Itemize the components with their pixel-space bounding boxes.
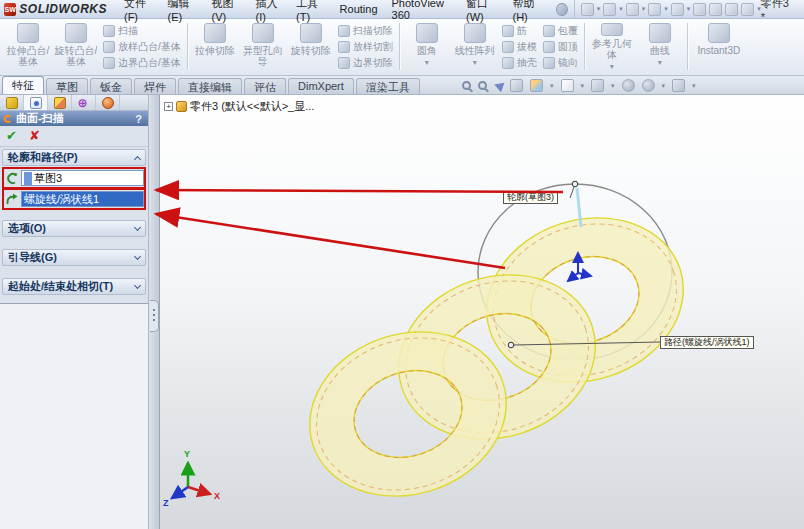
- tab-sketch[interactable]: 草图: [46, 78, 88, 94]
- fillet-caret-icon[interactable]: [425, 56, 429, 68]
- splitter-handle-icon[interactable]: [150, 300, 159, 332]
- menu-window[interactable]: 窗口(W): [459, 0, 506, 23]
- redo-icon[interactable]: [693, 3, 706, 16]
- dome-button[interactable]: 圆顶: [543, 39, 578, 55]
- new-caret-icon[interactable]: ▾: [597, 5, 601, 13]
- menu-help[interactable]: 帮助(H): [506, 0, 551, 23]
- tab-weldments[interactable]: 焊件: [134, 78, 176, 94]
- group-profile-and-path[interactable]: 轮廓和路径(P): [2, 149, 146, 166]
- group-label: 轮廓和路径(P): [8, 150, 135, 165]
- linear-pattern-caret-icon[interactable]: [473, 56, 477, 68]
- undo-caret-icon[interactable]: ▾: [687, 5, 691, 13]
- cancel-button[interactable]: ✘: [29, 129, 40, 143]
- wrap-button[interactable]: 包覆: [543, 23, 578, 39]
- zoom-area-icon[interactable]: [478, 81, 487, 90]
- rib-button[interactable]: 筋: [502, 23, 537, 39]
- fillet-button[interactable]: 圆角: [403, 21, 451, 72]
- panel-splitter[interactable]: [148, 95, 160, 529]
- reference-geometry-caret-icon[interactable]: [610, 60, 614, 72]
- help-button[interactable]: ?: [135, 113, 144, 125]
- graphics-area[interactable]: + 零件3 (默认<<默认>_显... 轮廓(草图3) 路径(螺旋线/涡状线1): [160, 95, 804, 529]
- menu-insert[interactable]: 插入(I): [249, 0, 290, 23]
- linear-pattern-button[interactable]: 线性阵列: [451, 21, 499, 72]
- save-icon[interactable]: [626, 3, 639, 16]
- instant3d-button[interactable]: Instant3D: [691, 21, 747, 72]
- path-selection-field[interactable]: 螺旋线/涡状线1: [3, 189, 145, 209]
- view-orientation-caret-icon[interactable]: ▾: [550, 82, 554, 90]
- propertymanager-tab[interactable]: [24, 95, 48, 110]
- tab-direct-editing[interactable]: 直接编辑: [178, 78, 242, 94]
- hide-show-items-icon[interactable]: [591, 79, 604, 92]
- mirror-button[interactable]: 镜向: [543, 55, 578, 71]
- extruded-boss-base-button[interactable]: 拉伸凸台/基体: [4, 21, 52, 72]
- path-point-marker[interactable]: [508, 342, 514, 348]
- options-icon[interactable]: [741, 3, 754, 16]
- revolved-boss-base-button[interactable]: 旋转凸台/基体: [52, 21, 100, 72]
- previous-view-icon[interactable]: [493, 79, 505, 91]
- menu-file[interactable]: 文件(F): [117, 0, 161, 23]
- group-start-end-tangency[interactable]: 起始处/结束处相切(T): [2, 278, 146, 295]
- save-caret-icon[interactable]: ▾: [642, 5, 646, 13]
- lofted-boss-base-button[interactable]: 放样凸台/基体: [103, 39, 181, 55]
- tab-features[interactable]: 特征: [2, 76, 44, 94]
- solidworks-search-icon[interactable]: [556, 3, 568, 16]
- feature-tree-flyout[interactable]: + 零件3 (默认<<默认>_显...: [164, 99, 314, 114]
- view-orientation-icon[interactable]: [530, 79, 543, 92]
- undo-icon[interactable]: [671, 3, 684, 16]
- apply-scene-caret-icon[interactable]: ▾: [662, 82, 666, 90]
- print-icon[interactable]: [648, 3, 661, 16]
- print-caret-icon[interactable]: ▾: [664, 5, 668, 13]
- menu-edit[interactable]: 编辑(E): [161, 0, 205, 23]
- tab-evaluate[interactable]: 评估: [244, 78, 286, 94]
- revolved-cut-icon: [300, 23, 322, 43]
- tree-expand-icon[interactable]: +: [164, 102, 173, 111]
- swept-boss-base-button[interactable]: 扫描: [103, 23, 181, 39]
- open-caret-icon[interactable]: ▾: [619, 5, 623, 13]
- view-settings-caret-icon[interactable]: ▾: [692, 82, 696, 90]
- profile-selection-field[interactable]: 草图3: [3, 168, 145, 188]
- featuremanager-tab[interactable]: [0, 95, 24, 110]
- featuremanager-icon: [6, 97, 18, 109]
- tab-render-tools[interactable]: 渲染工具: [356, 78, 420, 94]
- dimxpertmanager-tab[interactable]: [72, 95, 96, 110]
- tab-dimxpert[interactable]: DimXpert: [288, 78, 354, 94]
- path-input[interactable]: 螺旋线/涡状线1: [21, 191, 144, 207]
- display-style-caret-icon[interactable]: ▾: [581, 82, 585, 90]
- select-icon[interactable]: [709, 3, 722, 16]
- open-icon[interactable]: [603, 3, 616, 16]
- menu-view[interactable]: 视图(V): [205, 0, 249, 23]
- draft-button[interactable]: 拔模: [502, 39, 537, 55]
- profile-point-marker[interactable]: [572, 181, 578, 187]
- boundary-cut-button[interactable]: 边界切除: [338, 55, 393, 71]
- menu-routing[interactable]: Routing: [333, 3, 385, 15]
- group-options[interactable]: 选项(O): [2, 220, 146, 237]
- sweep-surface-coil-bottom[interactable]: [288, 307, 528, 521]
- group-guide-curves[interactable]: 引导线(G): [2, 249, 146, 266]
- lofted-cut-button[interactable]: 放样切割: [338, 39, 393, 55]
- shell-button[interactable]: 抽壳: [502, 55, 537, 71]
- display-style-icon[interactable]: [561, 79, 574, 92]
- extruded-cut-button[interactable]: 拉伸切除: [191, 21, 239, 72]
- profile-input[interactable]: 草图3: [21, 170, 144, 186]
- section-view-icon[interactable]: [510, 79, 523, 92]
- revolved-cut-button[interactable]: 旋转切除: [287, 21, 335, 72]
- menu-tools[interactable]: 工具(T): [289, 0, 333, 23]
- hole-wizard-button[interactable]: 异型孔向导: [239, 21, 287, 72]
- view-settings-icon[interactable]: [672, 79, 685, 92]
- new-document-icon[interactable]: [581, 3, 594, 16]
- boundary-boss-base-button[interactable]: 边界凸台/基体: [103, 55, 181, 71]
- displaymanager-tab[interactable]: [96, 95, 120, 110]
- ok-button[interactable]: ✔: [6, 129, 17, 143]
- hide-show-items-caret-icon[interactable]: ▾: [611, 82, 615, 90]
- tab-sheet-metal[interactable]: 钣金: [90, 78, 132, 94]
- menu-photoview360[interactable]: PhotoView 360: [385, 0, 459, 21]
- configurationmanager-tab[interactable]: [48, 95, 72, 110]
- curves-button[interactable]: 曲线: [636, 21, 684, 72]
- rebuild-icon[interactable]: [725, 3, 738, 16]
- reference-geometry-button[interactable]: 参考几何体: [588, 21, 636, 72]
- curves-caret-icon[interactable]: [658, 56, 662, 68]
- apply-scene-icon[interactable]: [642, 79, 655, 92]
- zoom-fit-icon[interactable]: [462, 81, 471, 90]
- swept-cut-button[interactable]: 扫描切除: [338, 23, 393, 39]
- edit-appearance-icon[interactable]: [622, 79, 635, 92]
